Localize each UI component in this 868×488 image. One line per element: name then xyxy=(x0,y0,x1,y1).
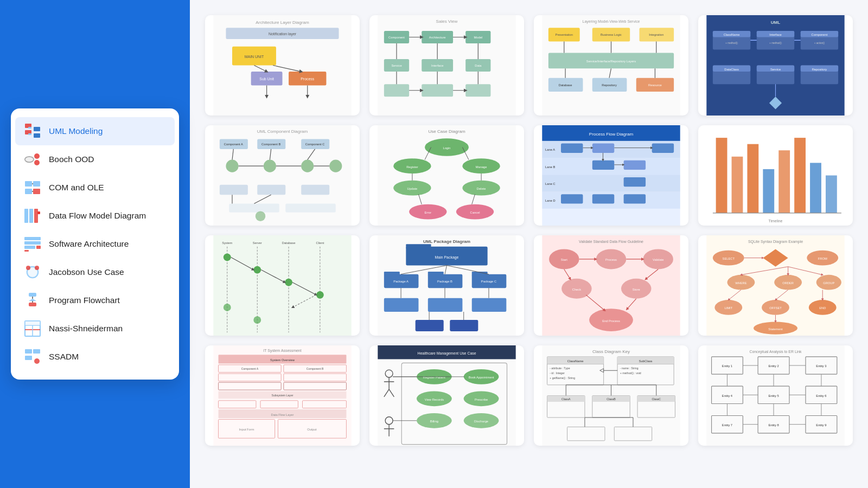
svg-rect-244 xyxy=(428,272,444,276)
svg-text:ClassA: ClassA xyxy=(561,397,571,401)
sidebar-label-uml-modeling: UML Modeling xyxy=(49,126,103,136)
svg-rect-208 xyxy=(747,144,758,213)
diagram-card-16[interactable]: Conceptual Analysis to ER Link Entity 1 … xyxy=(698,345,853,446)
svg-point-144 xyxy=(329,160,342,172)
svg-text:Package A: Package A xyxy=(393,280,409,283)
svg-text:Register: Register xyxy=(406,165,418,169)
svg-rect-251 xyxy=(472,298,507,312)
svg-text:Validate Standard Data Flow Gu: Validate Standard Data Flow Guideline xyxy=(579,240,643,243)
sidebar-item-jacobson[interactable]: Jacobson Use Case xyxy=(15,258,175,286)
svg-text:Entity 5: Entity 5 xyxy=(768,394,778,397)
svg-text:ClassName: ClassName xyxy=(567,359,584,363)
sidebar-item-uml-modeling[interactable]: UML Modeling xyxy=(15,117,175,145)
sidebar-item-ssadm[interactable]: SSADM xyxy=(15,343,175,371)
svg-rect-77 xyxy=(422,84,453,97)
svg-text:Process Flow Diagram: Process Flow Diagram xyxy=(589,132,634,137)
svg-text:Presentation: Presentation xyxy=(556,33,573,36)
svg-text:Cancel: Cancel xyxy=(470,211,480,214)
svg-text:Entity 1: Entity 1 xyxy=(722,364,732,368)
svg-rect-186 xyxy=(542,175,680,191)
svg-rect-21 xyxy=(24,241,41,245)
svg-text:SELECT: SELECT xyxy=(723,257,735,260)
sidebar-label-booch-ood: Booch OOD xyxy=(49,155,94,164)
svg-text:Sales View: Sales View xyxy=(436,19,458,24)
svg-text:+ method() : void: + method() : void xyxy=(620,371,641,375)
svg-text:Sub Unit: Sub Unit xyxy=(259,77,274,81)
svg-rect-23 xyxy=(36,246,41,249)
diagram-card-9[interactable]: System Server Database Client xyxy=(205,235,360,336)
svg-text:UML Package Diagram: UML Package Diagram xyxy=(423,239,470,244)
svg-text:+ action(): + action() xyxy=(814,42,825,44)
diagram-card-10[interactable]: UML Package Diagram Main Package Package… xyxy=(369,235,524,336)
svg-rect-192 xyxy=(561,144,583,153)
diagram-card-6[interactable]: Use Case Diagram Login Register Manage U… xyxy=(369,125,524,226)
diagram-card-2[interactable]: Sales View Component Architecture Model … xyxy=(369,15,524,115)
sidebar: UML Modeling Booch OOD xyxy=(0,0,190,488)
svg-text:ClassC: ClassC xyxy=(652,397,661,401)
diagram-card-14[interactable]: Healthcare Management Use Case Register … xyxy=(369,345,524,446)
svg-text:Interface: Interface xyxy=(769,33,781,36)
svg-text:Resource: Resource xyxy=(648,84,662,87)
svg-rect-29 xyxy=(29,293,36,297)
svg-point-28 xyxy=(35,266,39,270)
diagram-card-13[interactable]: IT System Assessment System Overview Com… xyxy=(205,345,360,446)
svg-point-156 xyxy=(256,211,266,221)
diagram-card-12[interactable]: SQLite Syntax Diagram Example SELECT FRO… xyxy=(698,235,853,336)
svg-rect-151 xyxy=(220,185,248,195)
svg-text:Class Diagram Key: Class Diagram Key xyxy=(592,349,630,354)
svg-text:Service: Service xyxy=(770,68,781,71)
svg-text:System: System xyxy=(222,241,232,245)
svg-point-7 xyxy=(25,157,34,162)
svg-rect-39 xyxy=(25,349,32,354)
diagram-card-3[interactable]: Layering Model-View-Web Service Presenta… xyxy=(534,15,688,115)
svg-rect-193 xyxy=(592,160,614,170)
software-arch-icon xyxy=(24,235,41,253)
svg-text:Process: Process xyxy=(605,258,617,261)
svg-text:Service: Service xyxy=(391,64,401,67)
svg-rect-12 xyxy=(33,181,40,187)
svg-text:Prescribe: Prescribe xyxy=(475,398,488,401)
sidebar-item-data-flow[interactable]: Data Flow Model Diagram xyxy=(15,202,175,230)
svg-text:Component A: Component A xyxy=(224,143,243,146)
svg-text:FROM: FROM xyxy=(818,257,827,260)
svg-rect-241 xyxy=(384,272,400,276)
svg-point-228 xyxy=(316,291,324,299)
diagram-card-4[interactable]: UML ClassName + method() Interface + met… xyxy=(698,15,853,115)
sidebar-label-software-arch: Software Architecture xyxy=(49,239,129,249)
svg-rect-17 xyxy=(29,209,33,223)
svg-text:Entity 9: Entity 9 xyxy=(816,423,826,427)
svg-text:SQLite Syntax Diagram Example: SQLite Syntax Diagram Example xyxy=(748,240,803,244)
svg-rect-194 xyxy=(624,177,646,187)
sidebar-label-program-flowchart: Program Flowchart xyxy=(49,296,120,305)
svg-text:Component B: Component B xyxy=(261,143,280,146)
svg-rect-13 xyxy=(33,189,40,194)
program-flowchart-icon xyxy=(24,292,41,309)
sidebar-item-nassi[interactable]: Nassi-Shneiderman xyxy=(15,314,175,343)
svg-text:Data Flow Layer: Data Flow Layer xyxy=(271,413,294,416)
sidebar-card: UML Modeling Booch OOD xyxy=(11,108,179,380)
svg-text:Use Case Diagram: Use Case Diagram xyxy=(428,129,465,134)
svg-rect-200 xyxy=(624,194,646,203)
sidebar-item-booch-ood[interactable]: Booch OOD xyxy=(15,145,175,174)
svg-text:Input Form: Input Form xyxy=(239,428,254,431)
svg-rect-18 xyxy=(34,209,38,223)
sidebar-item-program-flowchart[interactable]: Program Flowchart xyxy=(15,286,175,314)
diagram-card-11[interactable]: Validate Standard Data Flow Guideline St… xyxy=(534,235,688,336)
sidebar-item-com-and-ole[interactable]: COM and OLE xyxy=(15,174,175,202)
svg-text:Component B: Component B xyxy=(307,367,324,370)
svg-text:Entity 8: Entity 8 xyxy=(768,423,778,427)
diagram-card-7[interactable]: Process Flow Diagram Lane A Lane B Lane … xyxy=(534,125,688,226)
svg-text:End Process: End Process xyxy=(602,319,620,323)
diagram-card-5[interactable]: UML Component Diagram Component A Compon… xyxy=(205,125,360,226)
svg-text:Book Appointment: Book Appointment xyxy=(469,376,494,379)
sidebar-label-nassi: Nassi-Shneiderman xyxy=(49,324,123,333)
sidebar-item-software-arch[interactable]: Software Architecture xyxy=(15,230,175,258)
svg-rect-41 xyxy=(33,349,40,354)
svg-text:Entity 2: Entity 2 xyxy=(768,364,778,368)
svg-text:+ method(): + method() xyxy=(769,42,782,44)
svg-text:Conceptual Analysis to ER Link: Conceptual Analysis to ER Link xyxy=(749,350,802,354)
diagram-card-15[interactable]: Class Diagram Key ClassName - attribute … xyxy=(534,345,688,446)
diagram-card-1[interactable]: Architecture Layer Diagram Notification … xyxy=(205,15,360,115)
svg-text:Start: Start xyxy=(561,258,568,261)
diagram-card-8[interactable]: Timeline xyxy=(698,125,853,226)
